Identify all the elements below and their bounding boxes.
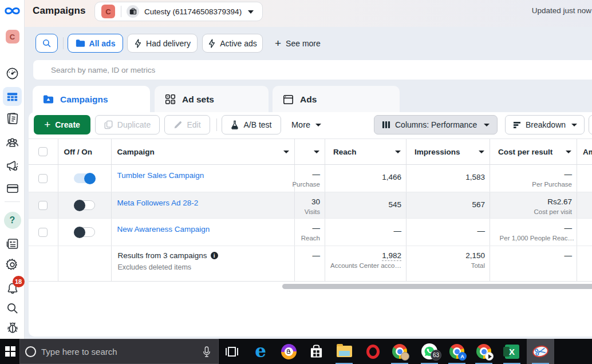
- task-view-button[interactable]: [218, 339, 246, 364]
- select-all-checkbox[interactable]: [38, 147, 48, 156]
- campaigns-table: Off / On Campaign Reach Impressions: [29, 139, 592, 282]
- create-button[interactable]: + Create: [34, 115, 90, 134]
- campaign-toggle-on[interactable]: [74, 173, 95, 183]
- taskbar-excel[interactable]: X: [498, 339, 526, 364]
- duplicate-button[interactable]: Duplicate: [95, 115, 160, 134]
- result-value: —: [313, 170, 321, 179]
- columns-button[interactable]: Columns: Performance: [374, 115, 498, 134]
- updated-status: Updated just now: [532, 6, 591, 15]
- header-off-on-label: Off / On: [58, 148, 93, 156]
- taskbar-search[interactable]: Type here to search: [19, 339, 219, 364]
- sidebar-item-search[interactable]: [0, 300, 25, 315]
- filter-all-ads[interactable]: All ads: [68, 34, 123, 53]
- breakdown-label: Breakdown: [526, 120, 566, 129]
- info-icon[interactable]: i: [211, 252, 218, 259]
- search-icon: [6, 302, 19, 315]
- sidebar-item-bug-report[interactable]: [0, 320, 25, 335]
- cost-label: Per 1,000 People Reac…: [500, 235, 574, 242]
- tab-campaigns[interactable]: Campaigns: [33, 86, 150, 113]
- meta-logo[interactable]: [0, 5, 25, 17]
- taskbar-avast-browser[interactable]: [275, 339, 302, 364]
- account-selector[interactable]: C Cutesty (611746508379394): [94, 2, 263, 21]
- taskbar-snipping-tool[interactable]: [527, 339, 554, 364]
- campaign-toggle-off[interactable]: [74, 227, 95, 237]
- chevron-down-icon: [248, 10, 254, 14]
- sidebar-item-settings[interactable]: [0, 257, 25, 272]
- summary-reach-number[interactable]: 1,982: [382, 251, 401, 261]
- taskbar-chrome[interactable]: [386, 339, 413, 364]
- sidebar-item-campaigns[interactable]: [0, 90, 25, 104]
- sidebar-item-advertising[interactable]: [0, 158, 25, 173]
- microphone-icon[interactable]: [203, 346, 211, 357]
- page-title: Campaigns: [33, 5, 86, 17]
- summary-amount-cell: [577, 246, 592, 281]
- account-avatar: C: [101, 5, 115, 18]
- filter-active-ads[interactable]: Active ads: [202, 34, 263, 53]
- table-row[interactable]: Meta Followers Ad 28-2 30 Visits 545 567…: [29, 192, 592, 219]
- header-cost-per-result-label: Cost per result: [490, 148, 552, 156]
- header-campaign[interactable]: Campaign: [112, 139, 295, 164]
- sidebar-item-account-overview[interactable]: [0, 66, 25, 80]
- row-checkbox[interactable]: [38, 228, 48, 237]
- sort-arrow-icon[interactable]: [395, 151, 401, 153]
- header-impressions-label: Impressions: [406, 148, 460, 156]
- tab-adsets[interactable]: Ad sets: [155, 86, 269, 113]
- table-row[interactable]: New Awareness Campaign — Reach — — — Per…: [29, 219, 592, 246]
- taskbar-chrome-profile-play[interactable]: [470, 339, 498, 364]
- sidebar-item-news[interactable]: [0, 236, 25, 251]
- taskbar-file-explorer[interactable]: [330, 339, 358, 364]
- tab-campaigns-label: Campaigns: [60, 94, 108, 105]
- header-campaign-label: Campaign: [112, 148, 155, 156]
- row-checkbox[interactable]: [38, 201, 48, 210]
- campaign-link[interactable]: New Awareness Campaign: [117, 225, 210, 234]
- sort-arrow-icon[interactable]: [283, 151, 289, 153]
- row-results-cell: 30 Visits: [295, 192, 325, 218]
- row-checkbox[interactable]: [38, 174, 48, 183]
- row-amount-cell: [577, 165, 592, 192]
- taskbar-chrome-profile-a[interactable]: A: [443, 339, 471, 364]
- search-input[interactable]: Search by name, ID or metrics: [33, 60, 592, 80]
- sidebar-item-billing[interactable]: [0, 181, 25, 195]
- task-view-icon: [226, 347, 238, 357]
- folder-icon: [76, 39, 85, 48]
- sort-arrow-icon[interactable]: [479, 151, 484, 153]
- ab-test-button[interactable]: A/B test: [222, 115, 281, 134]
- filter-search-button[interactable]: [35, 34, 58, 53]
- more-button[interactable]: More: [291, 115, 321, 134]
- sort-arrow-icon[interactable]: [314, 151, 319, 153]
- filter-had-delivery[interactable]: Had delivery: [127, 34, 198, 53]
- sidebar-avatar[interactable]: C: [0, 30, 25, 43]
- breakdown-button[interactable]: Breakdown: [505, 115, 585, 134]
- pages-icon: [6, 112, 19, 125]
- table-row[interactable]: Tumbler Sales Campaign — Purchase 1,466 …: [29, 165, 592, 192]
- sidebar-item-notifications[interactable]: 18: [0, 280, 25, 296]
- campaign-link[interactable]: Tumbler Sales Campaign: [117, 171, 204, 180]
- filter-see-more[interactable]: + See more: [275, 34, 321, 53]
- header-reach[interactable]: Reach: [325, 139, 406, 164]
- taskbar-microsoft-store[interactable]: [302, 339, 330, 364]
- header-select-all[interactable]: [29, 139, 58, 164]
- reports-button-cut[interactable]: [589, 115, 592, 134]
- chrome-icon: [476, 344, 491, 359]
- campaign-toggle-off[interactable]: [74, 200, 95, 210]
- tab-ads[interactable]: Ads: [273, 86, 400, 113]
- edit-button[interactable]: Edit: [164, 115, 210, 134]
- horizontal-scrollbar[interactable]: [282, 284, 592, 289]
- taskbar-opera[interactable]: [359, 339, 386, 364]
- lightning-icon: [134, 39, 142, 48]
- taskbar-whatsapp[interactable]: 63: [416, 339, 443, 364]
- header-results-partial[interactable]: [295, 139, 325, 164]
- row-select-cell: [29, 192, 58, 218]
- tab-adsets-label: Ad sets: [182, 94, 214, 105]
- sidebar-item-audiences[interactable]: [0, 135, 25, 150]
- sidebar-item-help[interactable]: ?: [0, 212, 25, 229]
- sort-arrow-icon[interactable]: [566, 151, 571, 153]
- header-cost-per-result[interactable]: Cost per result: [490, 139, 577, 164]
- header-amount-spent[interactable]: Amount spent: [577, 139, 592, 164]
- taskbar-edge[interactable]: e: [247, 339, 274, 364]
- sidebar-item-ads-reporting[interactable]: [0, 111, 25, 126]
- campaign-link[interactable]: Meta Followers Ad 28-2: [117, 199, 199, 207]
- row-impressions-cell: 1,583: [406, 165, 490, 192]
- header-impressions[interactable]: Impressions: [406, 139, 490, 164]
- content-area: All ads Had delivery Active ads + See mo…: [25, 27, 592, 339]
